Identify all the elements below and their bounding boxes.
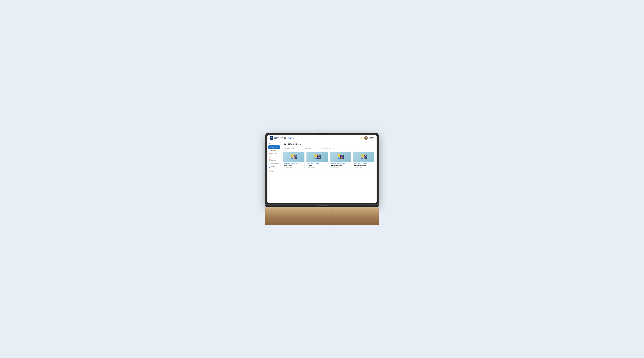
sidebar-label-grade: Grade bbox=[271, 156, 274, 158]
svg-point-21 bbox=[315, 155, 315, 155]
desk bbox=[265, 207, 379, 225]
date-text: 28 June 2022 bbox=[286, 167, 292, 168]
svg-rect-50 bbox=[361, 158, 363, 158]
svg-point-20 bbox=[314, 154, 317, 157]
sidebar-label-dashboard: Dashboard bbox=[271, 143, 276, 145]
card-campus: Kebon Jeruk 2 · JC2 Newton bbox=[354, 163, 373, 164]
svg-point-35 bbox=[339, 155, 340, 155]
svg-rect-24 bbox=[314, 158, 317, 158]
search-input[interactable] bbox=[287, 148, 301, 149]
subject-card[interactable]: Kebon Jeruk 2 · JC2 Newton Bahasa Langua… bbox=[353, 152, 374, 169]
header-title: Resources bbox=[288, 137, 360, 139]
sidebar-item-classroom[interactable]: 🏫 Classroom bbox=[268, 152, 281, 155]
laptop: 🛡 Bina Bangsa School 培风学校 Resources 🔔 bbox=[265, 133, 379, 207]
scope-of-works-icon: 📄 bbox=[269, 163, 270, 164]
hamburger-button[interactable] bbox=[283, 137, 286, 139]
cohort-chevron-icon: ▾ bbox=[332, 148, 333, 149]
calender-icon: 📅 bbox=[269, 159, 270, 161]
svg-point-40 bbox=[341, 159, 342, 159]
card-body: Kebon Jeruk 2 · P1 Peace Biology 🕐 28 Ju… bbox=[306, 162, 328, 169]
card-date: 🕐 28 June 2022 bbox=[354, 166, 373, 168]
svg-rect-12 bbox=[291, 158, 293, 159]
sidebar-label-scope-of-works: Scope of Works bbox=[271, 163, 279, 164]
card-date: 🕐 28 June 2022 bbox=[331, 166, 350, 168]
svg-point-0 bbox=[366, 137, 367, 138]
subject-card[interactable]: Kebon Jeruk 2 · P1 Peace Biology 🕐 28 Ju… bbox=[306, 152, 328, 169]
svg-point-47 bbox=[362, 155, 362, 155]
assignments-icon: 📋 bbox=[269, 150, 270, 151]
user-area[interactable]: Robinson Lecturer bbox=[364, 136, 374, 140]
logo-area: 🛡 Bina Bangsa School 培风学校 bbox=[270, 136, 283, 140]
search-icon: 🔍 bbox=[284, 148, 286, 149]
sidebar: ⊞ Dashboard 📖 Resources 📋 Assigments 🏫 C… bbox=[268, 141, 281, 203]
clock-icon: 🕐 bbox=[308, 166, 309, 168]
sidebar-label-student-development: Student Development bbox=[271, 166, 279, 169]
card-body: Pantai Indah Kapuk · P1 Zeal Mathematics… bbox=[283, 162, 304, 169]
sidebar-item-sve[interactable]: ⭕ SVE bbox=[268, 170, 281, 173]
sidebar-label-classroom: Classroom bbox=[271, 153, 277, 154]
main-layout: ⊞ Dashboard 📖 Resources 📋 Assigments 🏫 C… bbox=[268, 141, 376, 203]
top-bar: 🛡 Bina Bangsa School 培风学校 Resources 🔔 bbox=[268, 135, 376, 141]
svg-rect-38 bbox=[338, 158, 340, 159]
sidebar-item-scope-of-works[interactable]: 📄 Scope of Works bbox=[268, 162, 281, 165]
card-campus: Kebon Jeruk 2 · P1 Peace bbox=[308, 163, 326, 164]
user-info: Robinson Lecturer bbox=[369, 137, 374, 139]
dashboard-icon: ⊞ bbox=[269, 143, 270, 145]
svg-point-49 bbox=[361, 157, 362, 158]
user-name: Robinson bbox=[369, 137, 374, 138]
sidebar-item-resources[interactable]: 📖 Resources bbox=[268, 145, 280, 149]
svg-point-34 bbox=[338, 155, 339, 155]
campus-select-label: Select Campus bbox=[305, 148, 312, 149]
subject-card[interactable]: Pantai Indah Kapuk · P1 Zeal Mathematics… bbox=[283, 152, 304, 169]
svg-point-36 bbox=[338, 157, 338, 158]
sidebar-item-student-development[interactable]: 👤 Student Development bbox=[268, 165, 281, 170]
card-body: Pantai Indah Kapuk · JC1 Respect English… bbox=[330, 162, 351, 169]
content-area: List of My Subjects 🔍 Select Campus ▾ bbox=[281, 141, 376, 203]
app-screen: 🛡 Bina Bangsa School 培风学校 Resources 🔔 bbox=[268, 135, 376, 203]
notch bbox=[318, 133, 326, 134]
svg-rect-11 bbox=[291, 158, 294, 158]
card-image bbox=[353, 152, 374, 162]
clock-icon: 🕐 bbox=[354, 166, 356, 168]
card-subject-name: Biology bbox=[308, 164, 326, 166]
sidebar-item-dashboard[interactable]: ⊞ Dashboard bbox=[268, 142, 281, 145]
svg-rect-37 bbox=[338, 158, 340, 158]
svg-point-22 bbox=[316, 155, 316, 155]
search-box[interactable]: 🔍 bbox=[283, 147, 302, 150]
cohort-select-label: Select Cohort Level bbox=[321, 148, 331, 149]
classroom-icon: 🏫 bbox=[269, 153, 270, 154]
filters-row: 🔍 Select Campus ▾ Select Cohort Level ▾ bbox=[283, 147, 374, 150]
campus-select[interactable]: Select Campus ▾ bbox=[304, 147, 318, 150]
card-subject-name: Mathematics bbox=[284, 164, 303, 166]
date-text: 28 June 2022 bbox=[356, 167, 362, 168]
svg-point-1 bbox=[365, 138, 367, 140]
date-text: 28 June 2022 bbox=[333, 167, 338, 168]
avatar-image bbox=[364, 136, 368, 140]
sidebar-label-resources: Resources bbox=[272, 147, 277, 148]
sidebar-label-calender: Calender bbox=[271, 160, 276, 161]
date-text: 28 June 2022 bbox=[310, 167, 315, 168]
resources-icon: 📖 bbox=[270, 146, 271, 148]
notification-bell-icon[interactable]: 🔔 bbox=[360, 137, 363, 139]
clock-icon: 🕐 bbox=[284, 166, 286, 168]
sidebar-label-sve: SVE bbox=[271, 171, 274, 172]
svg-point-23 bbox=[314, 157, 315, 158]
card-subject-name: Bahasa Languages bbox=[354, 164, 373, 166]
sidebar-item-calender[interactable]: 📅 Calender bbox=[268, 159, 281, 162]
subject-card[interactable]: Pantai Indah Kapuk · JC1 Respect English… bbox=[330, 152, 351, 169]
svg-point-33 bbox=[338, 154, 340, 157]
student-development-icon: 👤 bbox=[269, 167, 270, 168]
svg-point-48 bbox=[362, 155, 363, 155]
svg-point-10 bbox=[291, 157, 292, 158]
grade-icon: 📊 bbox=[269, 156, 270, 158]
card-image bbox=[283, 152, 304, 162]
sidebar-item-grade[interactable]: 📊 Grade bbox=[268, 155, 281, 159]
svg-point-27 bbox=[318, 159, 318, 159]
sidebar-item-assignments[interactable]: 📋 Assigments bbox=[268, 149, 281, 152]
card-campus: Pantai Indah Kapuk · JC1 Respect bbox=[331, 163, 350, 164]
card-body: Kebon Jeruk 2 · JC2 Newton Bahasa Langua… bbox=[353, 162, 374, 169]
cohort-select[interactable]: Select Cohort Level ▾ bbox=[320, 147, 334, 150]
svg-point-7 bbox=[291, 154, 294, 157]
clock-icon: 🕐 bbox=[331, 166, 332, 168]
screen-bezel: 🛡 Bina Bangsa School 培风学校 Resources 🔔 bbox=[268, 135, 376, 203]
